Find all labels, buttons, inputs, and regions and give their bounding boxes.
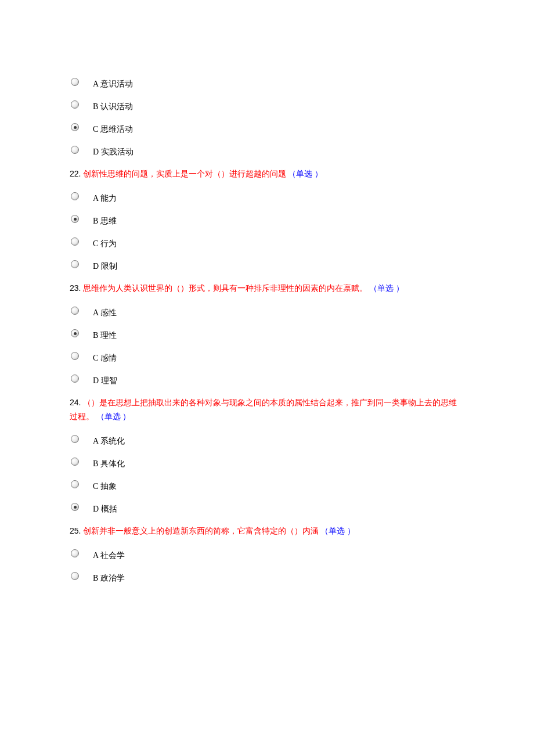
option-row: B 思维 [70, 211, 464, 226]
quiz-page: A 意识活动 B 认识活动 C 思维活动 D 实践活动 22. 创新性思维的问题… [0, 0, 534, 626]
option-row: A 意识活动 [70, 74, 464, 89]
radio-wrap[interactable] [70, 458, 80, 466]
option-row: B 理性 [70, 326, 464, 341]
option-row: B 认识活动 [70, 97, 464, 112]
radio-icon [71, 192, 79, 200]
radio-icon [71, 549, 79, 557]
option-label: A 感性 [93, 308, 117, 318]
option-row: C 思维活动 [70, 120, 464, 135]
radio-wrap[interactable] [70, 146, 80, 154]
option-row: A 社会学 [70, 546, 464, 561]
option-row: D 理智 [70, 371, 464, 386]
option-label: B 政治学 [93, 573, 125, 584]
option-row: C 行为 [70, 234, 464, 249]
radio-icon [71, 435, 79, 443]
radio-icon [71, 329, 79, 337]
radio-icon [71, 215, 79, 223]
question-25: 25. 创新并非一般意义上的创造新东西的简称，它富含特定的（）内涵 （单选 ） [70, 524, 464, 538]
radio-icon [71, 480, 79, 488]
option-label: D 理智 [93, 376, 117, 386]
radio-wrap[interactable] [70, 307, 80, 315]
radio-wrap[interactable] [70, 480, 80, 488]
radio-wrap[interactable] [70, 549, 80, 557]
radio-icon [71, 352, 79, 360]
option-label: A 社会学 [93, 550, 125, 561]
radio-wrap[interactable] [70, 215, 80, 223]
radio-icon [71, 458, 79, 466]
option-label: C 行为 [93, 239, 117, 249]
option-label: A 意识活动 [93, 79, 133, 89]
question-number: 25. [70, 526, 81, 535]
option-row: A 能力 [70, 189, 464, 204]
radio-wrap[interactable] [70, 237, 80, 246]
radio-wrap[interactable] [70, 260, 80, 268]
radio-wrap[interactable] [70, 192, 80, 200]
radio-icon [71, 503, 79, 511]
radio-icon [71, 146, 79, 154]
option-label: B 思维 [93, 216, 117, 226]
radio-icon [71, 78, 79, 86]
question-number: 24. [70, 398, 81, 407]
option-label: C 抽象 [93, 481, 117, 492]
radio-wrap[interactable] [70, 78, 80, 86]
question-23: 23. 思维作为人类认识世界的（）形式，则具有一种排斥非理性的因素的内在禀赋。 … [70, 281, 464, 296]
option-row: D 概括 [70, 499, 464, 514]
question-text: 思维作为人类认识世界的（）形式，则具有一种排斥非理性的因素的内在禀赋。 [83, 284, 367, 293]
radio-wrap[interactable] [70, 352, 80, 360]
radio-icon [71, 260, 79, 268]
option-label: D 限制 [93, 261, 117, 272]
radio-wrap[interactable] [70, 572, 80, 580]
question-hint: （单选 ） [288, 170, 323, 178]
question-24: 24. （）是在思想上把抽取出来的各种对象与现象之间的本质的属性结合起来，推广到… [70, 395, 464, 424]
option-row: B 政治学 [70, 568, 464, 584]
option-row: C 抽象 [70, 477, 464, 492]
radio-icon [71, 375, 79, 383]
question-number: 22. [70, 169, 81, 178]
option-label: A 能力 [93, 193, 117, 204]
option-label: D 实践活动 [93, 147, 134, 157]
option-label: A 系统化 [93, 436, 125, 447]
option-label: C 思维活动 [93, 124, 133, 135]
option-row: C 感情 [70, 348, 464, 363]
question-hint: （单选 ） [96, 412, 131, 421]
question-hint: （单选 ） [320, 527, 355, 535]
question-text: 创新性思维的问题，实质上是一个对（）进行超越的问题 [83, 170, 286, 178]
option-label: B 具体化 [93, 459, 125, 469]
option-row: A 感性 [70, 303, 464, 318]
option-row: D 限制 [70, 257, 464, 272]
option-label: C 感情 [93, 353, 117, 363]
question-22: 22. 创新性思维的问题，实质上是一个对（）进行超越的问题 （单选 ） [70, 167, 464, 181]
question-number: 23. [70, 283, 81, 293]
radio-icon [71, 123, 79, 131]
radio-icon [71, 237, 79, 246]
option-row: B 具体化 [70, 454, 464, 469]
radio-icon [71, 100, 79, 109]
question-hint: （单选 ） [369, 284, 404, 293]
option-label: D 概括 [93, 504, 117, 514]
radio-icon [71, 572, 79, 580]
radio-icon [71, 307, 79, 315]
radio-wrap[interactable] [70, 329, 80, 337]
radio-wrap[interactable] [70, 375, 80, 383]
option-row: A 系统化 [70, 431, 464, 447]
radio-wrap[interactable] [70, 435, 80, 443]
option-label: B 理性 [93, 330, 117, 341]
option-label: B 认识活动 [93, 102, 133, 112]
radio-wrap[interactable] [70, 503, 80, 511]
question-text: 创新并非一般意义上的创造新东西的简称，它富含特定的（）内涵 [83, 527, 319, 535]
radio-wrap[interactable] [70, 100, 80, 109]
option-row: D 实践活动 [70, 142, 464, 157]
radio-wrap[interactable] [70, 123, 80, 131]
